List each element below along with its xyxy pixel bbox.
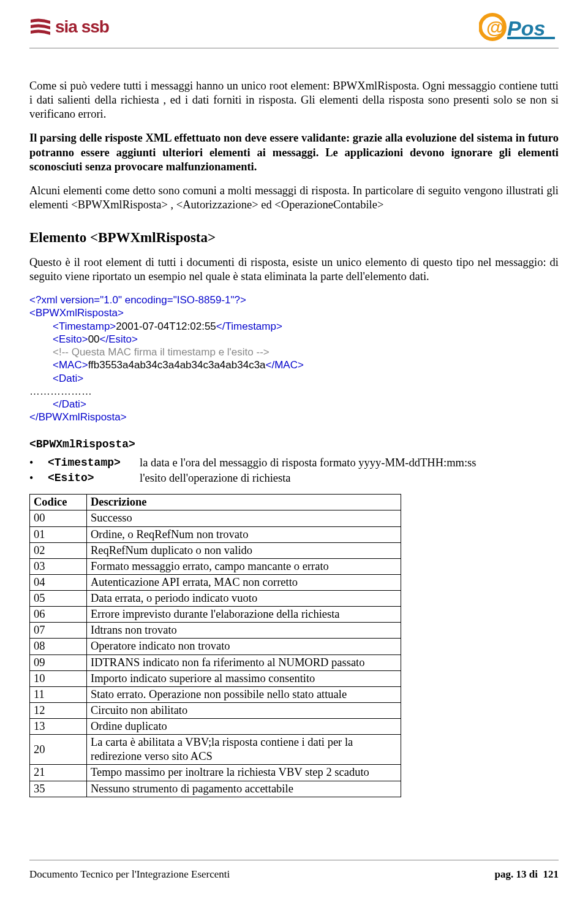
logo-text: sia ssb [55,17,109,37]
table-row: 13Ordine duplicato [30,719,401,735]
desc-cell: Autenticazione API errata, MAC non corre… [87,574,401,590]
table-row: 08Operatore indicato non trovato [30,639,401,654]
footer-page-number: pag. 13 di 121 [495,868,559,881]
at-pos-icon: @ Pos [479,11,559,43]
svg-text:Pos: Pos [507,17,545,40]
desc-cell: Ordine duplicato [87,719,401,735]
heading-element: Elemento <BPWXmlRisposta> [29,229,559,247]
element-tag: <BPWXmlRisposta> [29,438,559,452]
logo-sia-ssb: sia ssb [29,16,109,38]
desc-cell: Idtrans non trovato [87,623,401,639]
svg-text:@: @ [486,17,504,37]
code-cell: 11 [30,686,87,702]
stripes-icon [29,16,51,38]
desc-cell: Importo indicato superiore al massimo co… [87,670,401,686]
table-row: 21Tempo massimo per inoltrare la richies… [30,765,401,781]
codes-table: Codice Descrizione 00Successo01Ordine, o… [29,494,401,797]
code-cell: 21 [30,765,87,781]
code-cell: 08 [30,639,87,654]
code-cell: 20 [30,735,87,765]
desc-cell: Formato messaggio errato, campo mancante… [87,558,401,574]
table-row: 00Successo [30,510,401,526]
bullet-esito: • <Esito> l'esito dell'operazione di ric… [29,471,559,485]
xml-ellipsis: ……………… [29,385,92,397]
paragraph-3: Alcuni elementi come detto sono comuni a… [29,184,559,212]
table-row: 04Autenticazione API errata, MAC non cor… [30,574,401,590]
table-row: 11Stato errato. Operazione non possibile… [30,686,401,702]
desc-cell: ReqRefNum duplicato o non valido [87,542,401,558]
code-cell: 12 [30,702,87,718]
th-code: Codice [30,495,87,510]
table-header-row: Codice Descrizione [30,495,401,510]
table-row: 05Data errata, o periodo indicato vuoto [30,591,401,607]
logo-pos: @ Pos [479,11,559,43]
code-cell: 03 [30,558,87,574]
bullet-icon: • [29,471,48,485]
content-area: Come si può vedere tutti i messaggi hann… [29,48,559,797]
code-cell: 01 [30,526,87,542]
xml-example: <?xml version="1.0" encoding="ISO-8859-1… [29,294,559,424]
paragraph-2-bold: Il parsing delle risposte XML effettuato… [29,131,559,173]
xml-root-close: </BPWXmlRisposta> [29,411,127,423]
desc-cell: Successo [87,510,401,526]
bullet-list: • <Timestamp> la data e l'ora del messag… [29,456,559,485]
code-cell: 05 [30,591,87,607]
table-row: 06Errore imprevisto durante l'elaborazio… [30,607,401,623]
paragraph-1: Come si può vedere tutti i messaggi hann… [29,79,559,121]
table-row: 20La carta è abilitata a VBV;la risposta… [30,735,401,765]
desc-cell: Data errata, o periodo indicato vuoto [87,591,401,607]
desc-cell: Nessuno strumento di pagamento accettabi… [87,781,401,797]
table-row: 10Importo indicato superiore al massimo … [30,670,401,686]
xml-comment: <!-- Questa MAC firma il timestamp e l'e… [53,346,270,358]
page-header: sia ssb @ Pos [29,0,559,48]
table-row: 01Ordine, o ReqRefNum non trovato [30,526,401,542]
code-cell: 00 [30,510,87,526]
footer-doc-title: Documento Tecnico per l'Integrazione Ese… [29,868,230,881]
desc-cell: Errore imprevisto durante l'elaborazione… [87,607,401,623]
code-cell: 04 [30,574,87,590]
th-desc: Descrizione [87,495,401,510]
xml-root-open: <BPWXmlRisposta> [29,307,124,319]
table-row: 09IDTRANS indicato non fa riferimento al… [30,654,401,670]
desc-cell: Ordine, o ReqRefNum non trovato [87,526,401,542]
table-row: 02ReqRefNum duplicato o non valido [30,542,401,558]
desc-cell: Operatore indicato non trovato [87,639,401,654]
svg-rect-3 [507,37,555,39]
desc-cell: La carta è abilitata a VBV;la risposta c… [87,735,401,765]
desc-cell: Tempo massimo per inoltrare la richiesta… [87,765,401,781]
bullet-icon: • [29,456,48,470]
table-row: 07Idtrans non trovato [30,623,401,639]
desc-cell: Circuito non abilitato [87,702,401,718]
desc-cell: IDTRANS indicato non fa riferimento al N… [87,654,401,670]
code-cell: 09 [30,654,87,670]
code-cell: 02 [30,542,87,558]
xml-decl: <?xml version="1.0" encoding="ISO-8859-1… [29,294,246,306]
code-cell: 10 [30,670,87,686]
code-cell: 35 [30,781,87,797]
table-row: 03Formato messaggio errato, campo mancan… [30,558,401,574]
code-cell: 13 [30,719,87,735]
bullet-timestamp: • <Timestamp> la data e l'ora del messag… [29,456,559,470]
page-footer: Documento Tecnico per l'Integrazione Ese… [29,860,559,881]
code-cell: 06 [30,607,87,623]
paragraph-4: Questo è il root element di tutti i docu… [29,256,559,284]
desc-cell: Stato errato. Operazione non possibile n… [87,686,401,702]
code-cell: 07 [30,623,87,639]
table-row: 35Nessuno strumento di pagamento accetta… [30,781,401,797]
table-row: 12Circuito non abilitato [30,702,401,718]
